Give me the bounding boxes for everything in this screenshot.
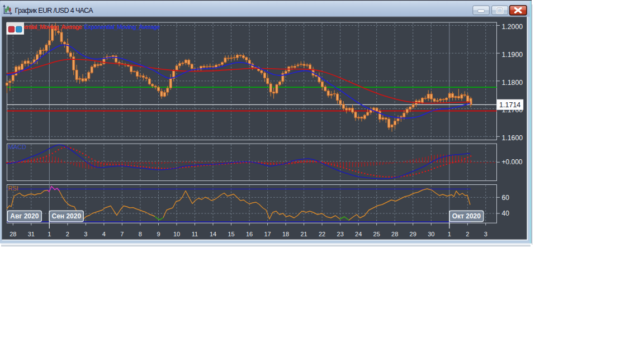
svg-text:9: 9 bbox=[157, 231, 160, 237]
svg-text:1.1800: 1.1800 bbox=[502, 79, 523, 87]
svg-text:8: 8 bbox=[139, 231, 142, 237]
svg-text:28: 28 bbox=[10, 231, 16, 237]
svg-text:3: 3 bbox=[84, 231, 87, 237]
svg-text:23: 23 bbox=[337, 231, 344, 237]
svg-text:1.2000: 1.2000 bbox=[502, 23, 523, 31]
svg-text:10: 10 bbox=[173, 231, 180, 237]
svg-text:1.1600: 1.1600 bbox=[502, 134, 523, 142]
svg-text:1.1900: 1.1900 bbox=[502, 51, 523, 59]
svg-text:11: 11 bbox=[192, 231, 198, 237]
svg-text:29: 29 bbox=[410, 231, 416, 237]
svg-text:40: 40 bbox=[502, 209, 510, 217]
svg-text:1.1714: 1.1714 bbox=[499, 101, 520, 109]
svg-text:18: 18 bbox=[282, 231, 289, 237]
svg-text:4: 4 bbox=[102, 231, 106, 237]
svg-text:Окт 2020: Окт 2020 bbox=[452, 212, 481, 220]
svg-text:17: 17 bbox=[264, 231, 271, 237]
svg-text:25: 25 bbox=[373, 231, 380, 237]
svg-text:24: 24 bbox=[355, 231, 362, 237]
svg-text:+0.000: +0.000 bbox=[502, 158, 523, 166]
svg-text:60: 60 bbox=[502, 194, 510, 202]
svg-text:16: 16 bbox=[246, 231, 253, 237]
svg-text:ential_Moving_Average: ential_Moving_Average bbox=[23, 23, 82, 30]
svg-text:RSI: RSI bbox=[8, 185, 18, 192]
svg-text:28: 28 bbox=[391, 231, 398, 237]
svg-text:21: 21 bbox=[300, 231, 307, 237]
svg-text:22: 22 bbox=[319, 231, 325, 237]
svg-text:15: 15 bbox=[228, 231, 234, 237]
svg-text:Сен 2020: Сен 2020 bbox=[51, 212, 81, 220]
svg-text:14: 14 bbox=[210, 231, 216, 237]
svg-text:2: 2 bbox=[466, 231, 469, 237]
svg-text:Exponential_Moving_Average: Exponential_Moving_Average bbox=[84, 23, 160, 30]
svg-text:1: 1 bbox=[448, 231, 451, 237]
svg-text:31: 31 bbox=[28, 231, 35, 237]
svg-text:График EUR /USD 4 ЧАСА: График EUR /USD 4 ЧАСА bbox=[15, 7, 94, 15]
svg-text:MACD: MACD bbox=[8, 144, 26, 150]
svg-text:Авг 2020: Авг 2020 bbox=[10, 212, 39, 220]
svg-text:7: 7 bbox=[120, 231, 124, 237]
svg-text:3: 3 bbox=[484, 231, 487, 237]
svg-text:2: 2 bbox=[66, 231, 69, 237]
svg-text:30: 30 bbox=[428, 231, 434, 237]
svg-text:1: 1 bbox=[48, 231, 51, 237]
